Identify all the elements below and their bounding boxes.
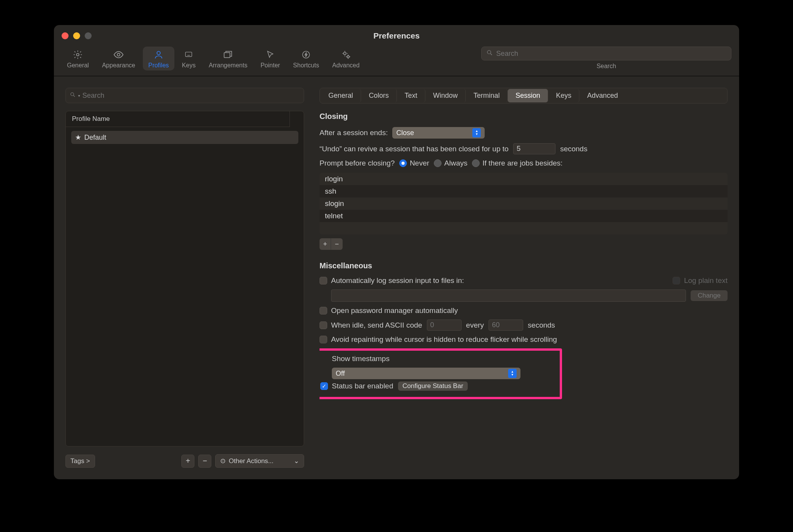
toolbar-advanced[interactable]: Advanced [327, 47, 365, 70]
profile-list-body: ★ Default [66, 127, 304, 446]
svg-point-9 [71, 92, 74, 95]
other-actions-menu[interactable]: ⊙ Other Actions... ⌄ [215, 454, 304, 468]
toolbar-general[interactable]: General [62, 47, 94, 70]
idle-ascii-code-input[interactable] [427, 320, 462, 331]
idle-seconds-input[interactable] [489, 320, 523, 331]
svg-rect-4 [224, 53, 230, 58]
avoid-repaint-checkbox[interactable]: Avoid repainting while cursor is hidden … [320, 335, 557, 344]
person-icon [153, 49, 164, 60]
jobs-add-remove: + − [320, 238, 728, 250]
toolbar-search-label: Search [597, 63, 616, 70]
profile-row-default[interactable]: ★ Default [71, 131, 298, 144]
toolbar-search-field[interactable] [481, 47, 731, 60]
zoom-window-button[interactable] [85, 32, 92, 39]
select-value: Close [396, 129, 414, 137]
remove-job-button[interactable]: − [331, 238, 343, 250]
jobs-list[interactable]: rlogin ssh slogin telnet [320, 173, 728, 234]
toolbar-keys[interactable]: Keys [177, 47, 201, 70]
tab-terminal[interactable]: Terminal [466, 89, 508, 102]
prompt-radio-always[interactable]: Always [434, 159, 467, 167]
toolbar-search-input[interactable] [496, 50, 726, 58]
prompt-radio-never[interactable]: Never [399, 159, 429, 167]
configure-status-bar-button[interactable]: Configure Status Bar [398, 381, 468, 391]
tab-window[interactable]: Window [425, 89, 466, 102]
titlebar: Preferences [54, 25, 739, 47]
add-job-button[interactable]: + [320, 238, 331, 250]
traffic-lights [62, 32, 92, 39]
job-row[interactable]: ssh [320, 185, 728, 197]
toolbar-search-group: Search [481, 47, 731, 70]
profile-tabs: General Colors Text Window Terminal Sess… [320, 88, 728, 104]
tab-colors[interactable]: Colors [361, 89, 397, 102]
toolbar-pointer[interactable]: Pointer [255, 47, 286, 70]
ellipsis-icon: ⊙ [220, 457, 226, 465]
prompt-before-closing-label: Prompt before closing? [320, 159, 395, 167]
preferences-window: Preferences General Appearance Profiles … [54, 25, 739, 479]
after-session-ends-label: After a session ends: [320, 129, 388, 137]
toolbar-label: Profiles [148, 62, 169, 69]
profiles-sidebar: ▾ Profile Name ★ Default Tags > + − ⊙ [65, 88, 304, 468]
auto-log-checkbox[interactable]: Automatically log session input to files… [320, 276, 464, 285]
idle-label-mid: every [466, 321, 484, 330]
undo-revive-label-prefix: “Undo” can revive a session that has bee… [320, 145, 509, 153]
misc-section-title: Miscellaneous [320, 261, 728, 270]
log-path-input[interactable] [331, 289, 686, 302]
toolbar-label: Pointer [261, 62, 280, 69]
toolbar-label: Shortcuts [293, 62, 319, 69]
tags-button[interactable]: Tags > [65, 455, 95, 468]
profile-name: Default [84, 134, 106, 142]
profile-search-input[interactable] [82, 92, 300, 100]
show-timestamps-label: Show timestamps [332, 355, 390, 363]
change-log-path-button[interactable]: Change [691, 290, 728, 301]
toolbar-shortcuts[interactable]: Shortcuts [288, 47, 325, 70]
undo-seconds-input[interactable] [513, 143, 555, 154]
tab-session[interactable]: Session [508, 89, 548, 102]
content-area: ▾ Profile Name ★ Default Tags > + − ⊙ [54, 76, 739, 479]
toolbar-label: Arrangements [209, 62, 248, 69]
svg-point-2 [157, 51, 161, 55]
svg-point-6 [343, 52, 346, 55]
svg-point-8 [487, 50, 491, 54]
windows-icon [222, 49, 234, 60]
profile-search-field[interactable]: ▾ [65, 88, 304, 103]
toolbar-label: General [67, 62, 89, 69]
status-bar-checkbox[interactable]: ✓Status bar enabled [320, 382, 393, 390]
toolbar-arrangements[interactable]: Arrangements [203, 47, 253, 70]
add-profile-button[interactable]: + [181, 455, 194, 468]
svg-point-1 [117, 54, 120, 56]
eye-icon [113, 49, 124, 60]
toolbar-label: Appearance [102, 62, 135, 69]
show-timestamps-select[interactable]: Off ▲▼ [332, 368, 520, 379]
star-icon: ★ [75, 133, 81, 142]
job-row[interactable]: slogin [320, 197, 728, 210]
updown-icon: ▲▼ [508, 369, 517, 378]
profile-list-header: Profile Name [66, 111, 290, 127]
log-plain-text-checkbox[interactable]: Log plain text [673, 276, 728, 285]
other-actions-label: Other Actions... [229, 457, 273, 465]
idle-ascii-checkbox[interactable]: When idle, send ASCII code [320, 321, 422, 330]
tab-keys[interactable]: Keys [548, 89, 579, 102]
after-session-ends-select[interactable]: Close ▲▼ [392, 127, 485, 139]
search-icon [486, 49, 493, 58]
profile-settings-panel: General Colors Text Window Terminal Sess… [320, 88, 728, 468]
toolbar-appearance[interactable]: Appearance [97, 47, 141, 70]
job-row[interactable]: rlogin [320, 173, 728, 185]
bolt-icon [300, 49, 312, 60]
prompt-radio-jobs[interactable]: If there are jobs besides: [472, 159, 562, 167]
minimize-window-button[interactable] [73, 32, 80, 39]
remove-profile-button[interactable]: − [198, 455, 211, 468]
updown-icon: ▲▼ [472, 128, 481, 137]
toolbar: General Appearance Profiles Keys Arrange… [54, 47, 739, 76]
cursor-icon [264, 49, 276, 60]
idle-label-suffix: seconds [528, 321, 555, 330]
profile-list: Profile Name ★ Default [65, 111, 304, 447]
job-row[interactable]: telnet [320, 210, 728, 222]
highlighted-region: Show timestamps Off ▲▼ ✓Status bar enabl… [320, 348, 562, 399]
tab-text[interactable]: Text [397, 89, 425, 102]
toolbar-profiles[interactable]: Profiles [143, 47, 174, 70]
password-manager-checkbox[interactable]: Open password manager automatically [320, 306, 458, 315]
close-window-button[interactable] [62, 32, 69, 39]
tab-general[interactable]: General [321, 89, 361, 102]
keyboard-icon [183, 49, 194, 60]
tab-advanced[interactable]: Advanced [579, 89, 626, 102]
